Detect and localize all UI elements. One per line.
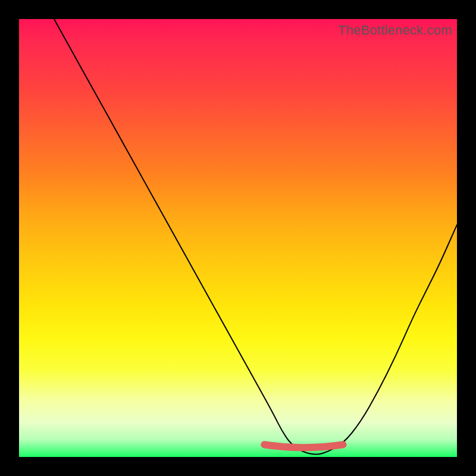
chart-container: TheBottleneck.com <box>0 0 476 476</box>
bottleneck-curve <box>54 19 457 454</box>
chart-svg <box>19 19 457 457</box>
optimal-zone-marker <box>264 444 343 447</box>
plot-area: TheBottleneck.com <box>19 19 457 457</box>
